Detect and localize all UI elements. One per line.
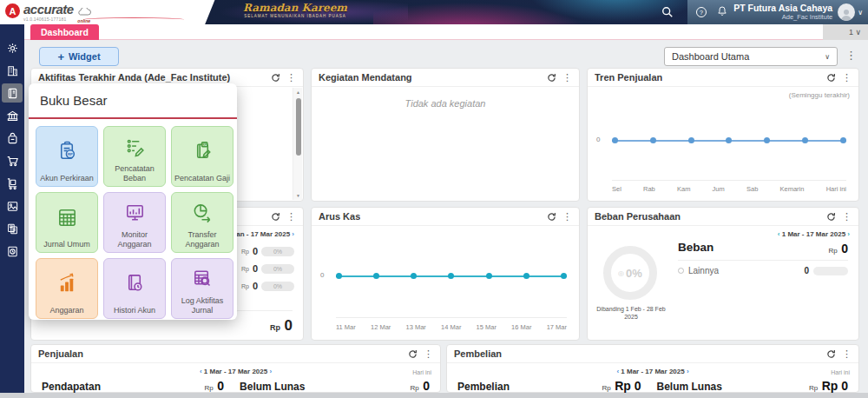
tile-pencatatan-beban[interactable]: Pencatatan Beban — [103, 126, 166, 187]
prev-period-icon[interactable]: ‹ — [616, 368, 619, 375]
sidebar-item-assets[interactable] — [2, 196, 23, 216]
line-points — [336, 273, 567, 279]
prev-period-icon[interactable]: ‹ — [200, 368, 202, 375]
refresh-icon[interactable] — [271, 212, 280, 222]
legend-label: Lainnya — [688, 266, 719, 275]
svg-text:RP: RP — [202, 143, 207, 147]
popup-title: Buku Besar — [40, 93, 108, 108]
sidebar-item-settings[interactable] — [2, 38, 23, 57]
sidebar-item-sales-cart[interactable] — [2, 151, 23, 170]
tile-label: Histori Akun — [114, 306, 155, 315]
sidebar-item-purchases[interactable] — [2, 174, 23, 193]
popup-accent-line — [29, 117, 237, 119]
refresh-icon[interactable] — [826, 349, 836, 359]
tile-akun-perkiraan[interactable]: RP Akun Perkiraan — [36, 126, 98, 187]
metrics-row: Pembelian Rp Rp 0 Belum Lunas Rp Rp 0 — [457, 378, 848, 394]
tile-monitor-anggaran[interactable]: Monitor Anggaran — [103, 192, 166, 253]
help-icon[interactable]: ? — [696, 7, 707, 17]
ledger-book-icon — [6, 87, 19, 100]
dashboard-options-kebab-icon[interactable]: ⋮ — [845, 49, 857, 62]
asset-image-icon — [6, 200, 19, 213]
summary-value: 0 — [253, 263, 258, 274]
x-tick: 16 Mar — [511, 323, 531, 331]
tile-label: Monitor Anggaran — [106, 230, 163, 249]
tab-dashboard[interactable]: Dashboard — [30, 24, 99, 40]
card-menu-kebab-icon[interactable]: ⋮ — [562, 73, 572, 83]
summary-value: 0 — [253, 281, 258, 291]
refresh-icon[interactable] — [826, 212, 836, 222]
sidebar-item-sales-order[interactable] — [2, 129, 23, 148]
refresh-icon[interactable] — [271, 73, 280, 83]
tile-histori-akun[interactable]: Histori Akun — [103, 258, 166, 319]
next-period-icon[interactable]: › — [687, 368, 689, 375]
scroll-up-icon[interactable]: ▲ — [293, 90, 303, 95]
refresh-icon[interactable] — [826, 73, 836, 83]
scrollbar-thumb[interactable] — [296, 98, 301, 156]
tab-bar: Dashboard 1 ∨ — [0, 24, 868, 40]
card-menu-kebab-icon[interactable]: ⋮ — [286, 212, 296, 222]
y-axis-tick: 0 — [596, 136, 600, 143]
donut-caption: Dibanding 1 Feb - 28 Feb 2025 — [589, 305, 673, 322]
notifications-icon[interactable] — [717, 4, 727, 20]
tab-counter-dropdown[interactable]: 1 ∨ — [823, 24, 868, 40]
next-period-icon[interactable]: › — [269, 368, 272, 375]
x-tick: Sel — [612, 185, 621, 193]
refresh-icon[interactable] — [547, 73, 556, 83]
banner-title: Ramadan Kareem — [204, 2, 386, 14]
card-arus-kas: Arus Kas ⋮ 0 11 Mar 12 Mar 13 Mar 14 Mar… — [311, 207, 580, 341]
tile-log-aktifitas-jurnal[interactable]: Log Aktifitas Jurnal — [171, 258, 233, 319]
donut-icon: ◎ — [618, 269, 624, 277]
next-period-icon[interactable]: › — [847, 230, 850, 238]
sidebar-item-tax-documents[interactable] — [2, 219, 23, 238]
card-menu-kebab-icon[interactable]: ⋮ — [562, 212, 572, 222]
tile-transfer-anggaran[interactable]: Transfer Anggaran — [171, 192, 233, 253]
data-point — [486, 273, 492, 279]
tile-jurnal-umum[interactable]: Jurnal Umum — [36, 192, 98, 253]
tile-anggaran[interactable]: Anggaran — [36, 258, 98, 319]
currency-prefix: Rp — [809, 384, 818, 392]
card-menu-kebab-icon[interactable]: ⋮ — [842, 73, 852, 83]
sidebar-item-company[interactable] — [2, 61, 23, 80]
date-range-nav: ‹ 1 Mar - 17 Mar 2025 › — [447, 368, 858, 375]
tile-label: Anggaran — [49, 306, 83, 315]
line-points — [612, 137, 846, 143]
x-tick: Hari ini — [826, 185, 846, 193]
online-label: online — [76, 19, 92, 23]
account-chevron-down-icon[interactable]: ∨ — [858, 9, 863, 17]
next-period-icon[interactable]: › — [292, 230, 294, 238]
scroll-down-icon[interactable]: ▼ — [293, 193, 303, 198]
sidebar-item-cash-bank[interactable] — [2, 106, 23, 125]
card-menu-kebab-icon[interactable]: ⋮ — [424, 349, 433, 359]
search-icon[interactable] — [661, 6, 674, 18]
banner-subtitle: SELAMAT MENUNAIKAN IBADAH PUASA — [204, 14, 386, 18]
card-menu-kebab-icon[interactable]: ⋮ — [842, 349, 852, 359]
data-point — [688, 137, 694, 143]
bag-icon — [6, 132, 19, 145]
payroll-entry-icon: RP — [191, 129, 214, 174]
tile-pencatatan-gaji[interactable]: RP Pencatatan Gaji — [171, 126, 233, 187]
dashboard-select[interactable]: Dashboard Utama ∨ — [664, 47, 838, 66]
x-tick: 13 Mar — [406, 323, 426, 331]
sidebar-item-general-ledger[interactable] — [2, 83, 23, 103]
card-menu-kebab-icon[interactable]: ⋮ — [286, 73, 296, 83]
refresh-icon[interactable] — [408, 349, 418, 359]
refresh-icon[interactable] — [547, 212, 556, 222]
avatar[interactable] — [838, 3, 855, 21]
currency-prefix: Rp — [411, 384, 419, 392]
accurate-logo[interactable]: A accurate v1.0.140615-177181 online — [5, 2, 92, 23]
add-widget-button[interactable]: + Widget — [39, 47, 119, 66]
x-tick: 12 Mar — [371, 323, 391, 331]
sidebar-item-reports[interactable] — [2, 242, 23, 261]
vertical-scrollbar: ▲ ▼ — [293, 88, 302, 200]
period-label: Hari ini — [831, 369, 850, 375]
top-header: A accurate v1.0.140615-177181 online Ram… — [0, 0, 868, 24]
card-menu-kebab-icon[interactable]: ⋮ — [842, 212, 852, 222]
x-tick: 14 Mar — [441, 323, 461, 331]
date-range-nav: ‹ 1 Mar - 17 Mar 2025 › — [31, 368, 440, 375]
currency-prefix: Rp — [829, 247, 838, 255]
horizontal-scrollbar-track[interactable] — [0, 393, 868, 398]
date-range-text: 1 Mar - 17 Mar 2025 — [204, 368, 267, 375]
divider — [678, 260, 848, 261]
metric-value: 0 — [423, 379, 430, 393]
prev-period-icon[interactable]: ‹ — [778, 230, 780, 238]
